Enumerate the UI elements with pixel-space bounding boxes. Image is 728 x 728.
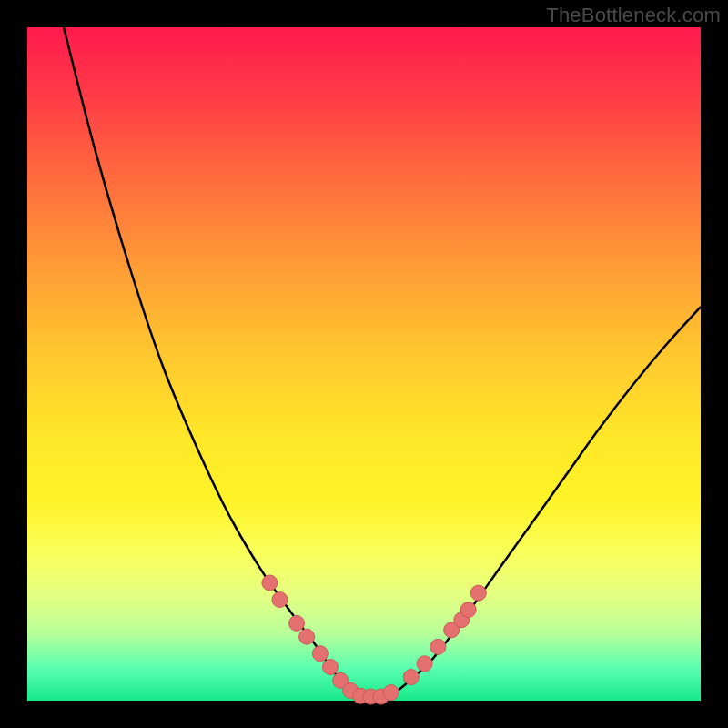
curve-marker bbox=[383, 685, 399, 701]
plot-area bbox=[27, 27, 701, 701]
bottleneck-curve bbox=[64, 27, 701, 698]
curve-marker bbox=[272, 592, 288, 608]
curve-marker bbox=[417, 656, 432, 672]
curve-marker bbox=[262, 575, 278, 591]
chart-frame: TheBottleneck.com bbox=[0, 0, 728, 728]
curve-marker bbox=[299, 629, 315, 644]
curve-marker bbox=[323, 660, 339, 675]
curve-marker bbox=[460, 602, 476, 618]
watermark-label: TheBottleneck.com bbox=[546, 4, 721, 27]
curve-marker bbox=[289, 615, 305, 631]
curve-marker bbox=[470, 585, 486, 601]
chart-svg bbox=[27, 27, 701, 701]
curve-marker bbox=[403, 670, 419, 685]
curve-markers bbox=[262, 575, 486, 704]
curve-marker bbox=[430, 639, 446, 654]
curve-marker bbox=[312, 646, 328, 662]
